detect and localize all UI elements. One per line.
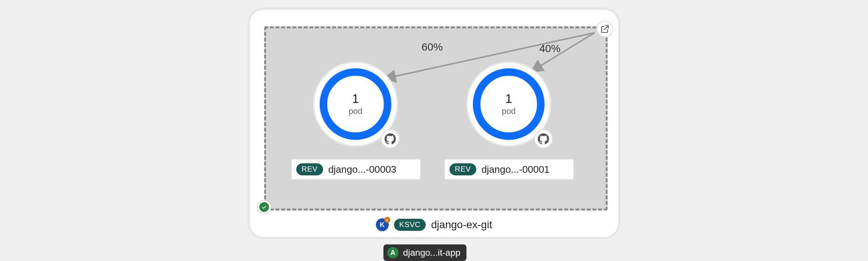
revision-name: django...-00001 [482, 164, 550, 175]
revision-label-left[interactable]: REV django...-00003 [291, 159, 421, 180]
github-icon [538, 133, 549, 144]
application-name: django...it-app [403, 247, 460, 258]
revision-label-right[interactable]: REV django...-00001 [444, 159, 574, 180]
application-tag[interactable]: A django...it-app [383, 244, 466, 261]
pod-label: pod [349, 106, 363, 116]
external-link-icon [600, 25, 609, 34]
check-icon [261, 204, 267, 210]
github-icon [385, 133, 396, 144]
pod-label: pod [502, 106, 516, 116]
pod-ring-left[interactable]: 1 pod [314, 63, 397, 145]
pod-ring-right[interactable]: 1 pod [468, 63, 550, 145]
traffic-right-percent: 40% [539, 43, 560, 55]
pod-count: 1 [352, 92, 359, 105]
ksvc-badge: KSVC [394, 219, 426, 231]
pod-count: 1 [505, 92, 512, 105]
source-badge-right[interactable] [534, 129, 553, 148]
rev-badge: REV [296, 163, 323, 175]
source-badge-left[interactable] [381, 129, 400, 148]
rev-badge: REV [449, 163, 476, 175]
knative-icon: Kn [376, 218, 389, 231]
status-success-circle [259, 202, 269, 212]
service-name: django-ex-git [431, 219, 492, 231]
revision-name: django...-00003 [328, 164, 397, 175]
traffic-left-percent: 60% [422, 41, 443, 53]
service-panel: 60% 40% 1 pod 1 p [248, 8, 620, 239]
open-url-button[interactable] [597, 21, 613, 37]
service-footer[interactable]: Kn KSVC django-ex-git [250, 218, 618, 231]
traffic-group: 60% 40% 1 pod 1 p [264, 26, 608, 210]
status-indicator [257, 200, 271, 214]
application-badge: A [387, 247, 399, 258]
